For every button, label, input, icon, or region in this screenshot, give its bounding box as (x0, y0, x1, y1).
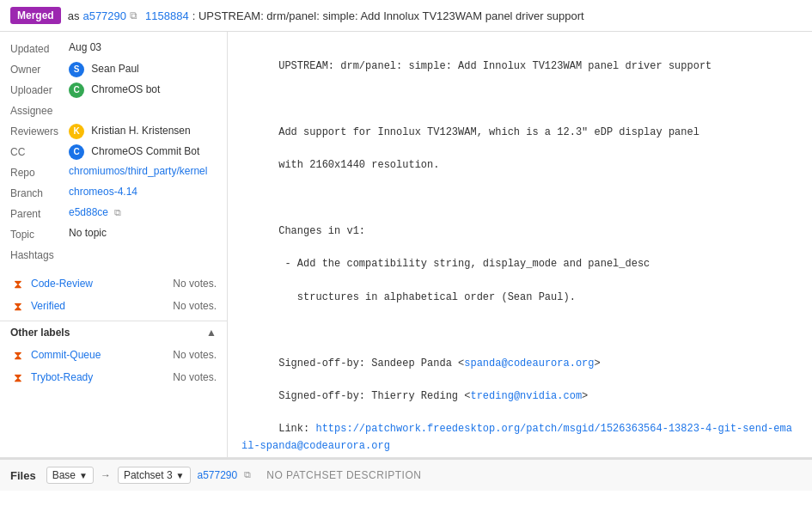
reviewers-row: Reviewers K Kristian H. Kristensen (0, 121, 227, 142)
uploader-row: Uploader C ChromeOS bot (0, 80, 227, 101)
sidebar: Updated Aug 03 Owner S Sean Paul Uploade… (0, 32, 228, 457)
reviewer-name: Kristian H. Kristensen (91, 125, 190, 137)
freedesktop-link[interactable]: https://patchwork.freedesktop.org/patch/… (241, 423, 792, 451)
base-select[interactable]: Base ▼ (46, 467, 94, 484)
reviewers-label: Reviewers (10, 124, 69, 137)
commit-line1: UPSTREAM: drm/panel: simple: Add Innolux… (278, 60, 711, 72)
commit-content: UPSTREAM: drm/panel: simple: Add Innolux… (228, 32, 812, 457)
cc-avatar: C (69, 144, 84, 160)
hourglass-trybot: ⧗ (14, 370, 22, 385)
code-review-icon: ⧗ (10, 276, 26, 291)
hourglass-commit-queue: ⧗ (14, 348, 22, 363)
commit-line8: structures in alphabetical order (Sean P… (278, 291, 576, 303)
repo-link[interactable]: chromiumos/third_party/kernel (69, 165, 207, 177)
repo-label: Repo (10, 165, 69, 179)
copy-hash-icon[interactable]: ⧉ (130, 9, 142, 21)
hashtags-row: Hashtags (0, 245, 227, 266)
commit-queue-votes: No votes. (173, 349, 217, 361)
cc-label: CC (10, 144, 69, 158)
commit-title: : UPSTREAM: drm/panel: simple: Add Innol… (192, 9, 584, 22)
commit-line7: - Add the compatibility string, display_… (278, 258, 650, 270)
commit-queue-icon: ⧗ (10, 347, 26, 363)
files-label: Files (10, 469, 36, 482)
verified-votes: No votes. (173, 300, 217, 312)
owner-avatar: S (69, 62, 84, 77)
copy-patchset-icon[interactable]: ⧉ (244, 469, 256, 481)
trybot-ready-votes: No votes. (173, 371, 217, 383)
thierry-end: > (582, 390, 588, 402)
hashtags-label: Hashtags (10, 247, 69, 261)
assignee-row: Assignee (0, 101, 227, 121)
updated-value: Aug 03 (69, 41, 217, 53)
trybot-ready-name[interactable]: Trybot-Ready (31, 371, 173, 383)
main-content: Updated Aug 03 Owner S Sean Paul Uploade… (0, 32, 812, 457)
labels-section: ⧗ Code-Review No votes. ⧗ Verified No vo… (0, 272, 227, 317)
commit-line3: Add support for Innolux TV123WAM, which … (278, 126, 699, 138)
patchset-select[interactable]: Patchset 3 ▼ (118, 467, 191, 484)
cc-name: ChromeOS Commit Bot (91, 145, 199, 157)
commit-line4: with 2160x1440 resolution. (278, 159, 439, 171)
code-review-votes: No votes. (173, 278, 217, 290)
uploader-avatar: C (69, 82, 84, 98)
topic-value: No topic (69, 227, 217, 239)
treding-link[interactable]: treding@nvidia.com (470, 390, 582, 402)
branch-value: chromeos-4.14 (69, 186, 217, 198)
copy-parent-icon[interactable]: ⧉ (114, 207, 126, 219)
branch-label: Branch (10, 186, 69, 199)
commit-hash-link[interactable]: a577290 (82, 9, 126, 22)
branch-row: Branch chromeos-4.14 (0, 183, 227, 204)
commit-signed-off-thierry: Signed-off-by: Thierry Reding < (278, 390, 470, 402)
base-label: Base (52, 469, 76, 481)
owner-name: Sean Paul (91, 63, 138, 75)
commit-line6: Changes in v1: (278, 225, 365, 237)
trybot-ready-icon: ⧗ (10, 370, 26, 385)
verified-name[interactable]: Verified (31, 300, 173, 312)
cc-row: CC C ChromeOS Commit Bot (0, 142, 227, 162)
other-labels-header: Other labels ▲ (0, 321, 227, 344)
reviewer-value: K Kristian H. Kristensen (69, 124, 217, 139)
commit-signed-off-sandeep: Signed-off-by: Sandeep Panda < (278, 357, 464, 370)
patchset-chevron: ▼ (176, 471, 185, 480)
parent-row: Parent e5d88ce ⧉ (0, 204, 227, 224)
uploader-label: Uploader (10, 82, 69, 96)
code-review-label: ⧗ Code-Review No votes. (0, 272, 227, 295)
uploader-name: ChromeOS bot (91, 83, 160, 95)
updated-label: Updated (10, 41, 69, 55)
code-review-name[interactable]: Code-Review (31, 278, 173, 290)
sandeep-end: > (595, 357, 601, 370)
commit-message: UPSTREAM: drm/panel: simple: Add Innolux… (241, 42, 798, 457)
owner-label: Owner (10, 62, 69, 76)
no-patchset-text: NO PATCHSET DESCRIPTION (266, 469, 421, 481)
updated-row: Updated Aug 03 (0, 39, 227, 59)
repo-row: Repo chromiumos/third_party/kernel (0, 162, 227, 183)
collapse-icon[interactable]: ▲ (206, 327, 217, 339)
commit-queue-name[interactable]: Commit-Queue (31, 349, 173, 361)
patchset-label: Patchset 3 (124, 469, 173, 481)
other-labels-title: Other labels (10, 327, 70, 339)
parent-link[interactable]: e5d88ce (69, 206, 108, 218)
branch-link[interactable]: chromeos-4.14 (69, 186, 137, 198)
other-labels-section: ⧗ Commit-Queue No votes. ⧗ Trybot-Ready … (0, 344, 227, 388)
parent-label: Parent (10, 206, 69, 220)
files-footer: Files Base ▼ → Patchset 3 ▼ a577290 ⧉ NO… (0, 458, 812, 491)
topic-row: Topic No topic (0, 224, 227, 245)
owner-row: Owner S Sean Paul (0, 59, 227, 80)
hourglass-code-review: ⧗ (14, 277, 22, 291)
change-id-link[interactable]: 1158884 (145, 9, 189, 22)
spanda-link[interactable]: spanda@codeaurora.org (464, 357, 594, 370)
topic-label: Topic (10, 227, 69, 241)
reviewer-avatar: K (69, 124, 84, 139)
trybot-ready-label: ⧗ Trybot-Ready No votes. (0, 366, 227, 388)
verified-label: ⧗ Verified No votes. (0, 295, 227, 317)
header-bar: Merged as a577290 ⧉ 1158884 : UPSTREAM: … (0, 0, 812, 32)
commit-link-pre: Link: (278, 423, 315, 435)
merged-badge: Merged (10, 7, 61, 24)
owner-value: S Sean Paul (69, 62, 217, 77)
hourglass-verified: ⧗ (14, 299, 22, 314)
base-chevron: ▼ (79, 471, 88, 480)
header-as-text: as (68, 9, 80, 22)
patchset-hash-link[interactable]: a577290 (198, 469, 238, 481)
repo-value: chromiumos/third_party/kernel (69, 165, 217, 177)
commit-queue-label: ⧗ Commit-Queue No votes. (0, 344, 227, 366)
arrow-separator: → (101, 469, 111, 481)
